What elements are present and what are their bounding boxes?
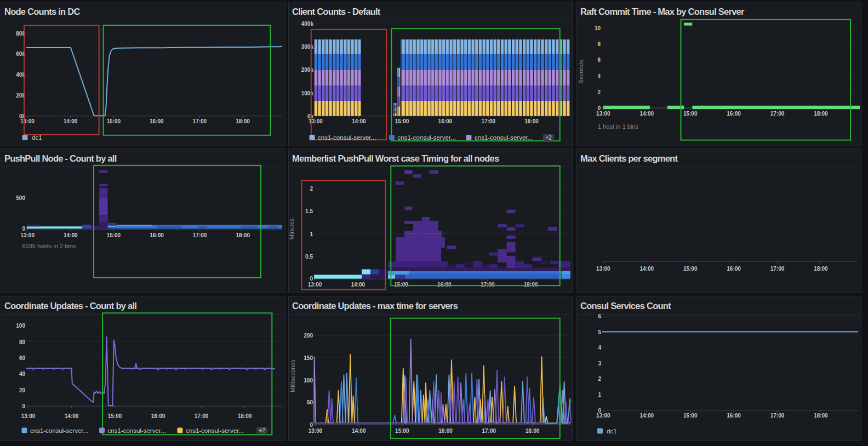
- svg-text:cns1-consul-server...: cns1-consul-server...: [475, 134, 533, 141]
- svg-text:+2: +2: [545, 135, 552, 141]
- svg-text:6: 6: [597, 57, 601, 63]
- svg-text:0: 0: [310, 422, 313, 428]
- svg-text:17:00: 17:00: [481, 118, 495, 124]
- svg-text:14:00: 14:00: [351, 282, 366, 288]
- svg-text:17:00: 17:00: [195, 413, 209, 419]
- svg-text:6035 hosts in 2 bins: 6035 hosts in 2 bins: [22, 243, 76, 249]
- svg-text:15:00: 15:00: [683, 111, 698, 117]
- svg-text:2: 2: [598, 376, 601, 382]
- svg-text:18:00: 18:00: [236, 232, 250, 238]
- svg-text:4: 4: [598, 345, 601, 351]
- svg-text:0: 0: [22, 403, 25, 409]
- svg-text:16:00: 16:00: [437, 282, 452, 288]
- svg-text:14:00: 14:00: [65, 413, 79, 419]
- svg-text:1 host in 1 bins: 1 host in 1 bins: [598, 123, 638, 130]
- svg-text:13:00: 13:00: [20, 118, 35, 124]
- svg-text:8: 8: [597, 41, 601, 47]
- svg-text:2: 2: [597, 89, 601, 95]
- svg-text:17:00: 17:00: [770, 111, 785, 117]
- svg-text:50: 50: [307, 399, 313, 405]
- svg-text:4: 4: [597, 73, 601, 79]
- svg-text:17:00: 17:00: [770, 266, 785, 272]
- svg-text:80: 80: [19, 339, 26, 345]
- svg-text:13:00: 13:00: [20, 232, 35, 238]
- svg-text:13:00: 13:00: [596, 111, 610, 117]
- svg-text:10: 10: [595, 25, 601, 31]
- svg-text:16:00: 16:00: [727, 266, 741, 272]
- svg-text:0: 0: [22, 226, 25, 232]
- svg-text:14:00: 14:00: [64, 232, 78, 238]
- svg-text:400k: 400k: [301, 21, 314, 27]
- svg-text:5: 5: [598, 329, 601, 335]
- svg-text:15:00: 15:00: [395, 118, 409, 124]
- svg-text:0: 0: [310, 276, 313, 282]
- svg-text:17:00: 17:00: [193, 232, 207, 238]
- svg-text:Minutes: Minutes: [289, 218, 295, 239]
- svg-text:200k: 200k: [301, 67, 314, 73]
- svg-text:17:00: 17:00: [481, 282, 495, 288]
- svg-text:dc1: dc1: [607, 428, 617, 434]
- svg-text:6: 6: [598, 313, 601, 319]
- svg-text:15:00: 15:00: [395, 428, 409, 434]
- svg-text:18:00: 18:00: [814, 111, 828, 117]
- svg-text:16:00: 16:00: [727, 111, 741, 117]
- svg-text:17:00: 17:00: [482, 428, 496, 434]
- svg-text:3: 3: [598, 361, 601, 367]
- svg-text:150: 150: [304, 355, 313, 361]
- svg-text:17:00: 17:00: [770, 413, 785, 419]
- svg-text:Seconds: Seconds: [578, 60, 584, 83]
- svg-text:1.5: 1.5: [305, 208, 313, 214]
- svg-text:1: 1: [310, 231, 313, 237]
- svg-text:dc1: dc1: [32, 134, 42, 141]
- svg-text:13:00: 13:00: [308, 282, 322, 288]
- svg-text:17:00: 17:00: [193, 118, 207, 124]
- svg-text:14:00: 14:00: [640, 111, 654, 117]
- svg-text:100: 100: [16, 323, 25, 329]
- svg-text:14:00: 14:00: [640, 266, 654, 272]
- svg-text:500: 500: [16, 195, 25, 201]
- svg-text:15:00: 15:00: [394, 282, 408, 288]
- svg-text:13:00: 13:00: [596, 266, 610, 272]
- svg-text:100: 100: [304, 378, 313, 384]
- svg-text:15:00: 15:00: [106, 118, 121, 124]
- svg-text:13:00: 13:00: [596, 413, 610, 419]
- svg-text:+2: +2: [259, 427, 265, 433]
- svg-text:14:00: 14:00: [64, 118, 78, 124]
- svg-text:13:00: 13:00: [21, 413, 36, 419]
- svg-text:14:00: 14:00: [352, 428, 366, 434]
- svg-text:15:00: 15:00: [683, 266, 698, 272]
- svg-text:18:00: 18:00: [524, 282, 538, 288]
- svg-text:100k: 100k: [301, 90, 314, 96]
- svg-text:16:00: 16:00: [150, 232, 164, 238]
- svg-text:16:00: 16:00: [150, 118, 164, 124]
- svg-text:cns1-consul-server...: cns1-consul-server...: [186, 427, 244, 434]
- svg-text:18:00: 18:00: [524, 118, 539, 124]
- svg-text:cns1-consul-server...: cns1-consul-server...: [398, 134, 456, 141]
- svg-text:cns1-consul-server...: cns1-consul-server...: [30, 427, 88, 434]
- svg-text:15:00: 15:00: [107, 232, 121, 238]
- svg-text:16:00: 16:00: [438, 428, 453, 434]
- svg-text:1: 1: [598, 392, 601, 398]
- svg-text:15:00: 15:00: [683, 413, 698, 419]
- svg-text:18:00: 18:00: [814, 413, 828, 419]
- svg-text:cns1-consul-server...: cns1-consul-server...: [108, 427, 166, 434]
- svg-text:cns1-consul-server...: cns1-consul-server...: [318, 134, 376, 141]
- svg-text:14:00: 14:00: [640, 413, 654, 419]
- svg-text:0.5: 0.5: [305, 254, 313, 260]
- svg-text:2: 2: [310, 186, 313, 192]
- svg-text:13:00: 13:00: [309, 428, 323, 434]
- svg-text:14:00: 14:00: [352, 118, 366, 124]
- svg-text:18:00: 18:00: [238, 413, 252, 419]
- svg-text:20: 20: [19, 387, 26, 393]
- svg-text:16:00: 16:00: [727, 413, 741, 419]
- svg-text:40: 40: [19, 371, 26, 377]
- svg-text:300k: 300k: [301, 44, 314, 50]
- svg-text:18:00: 18:00: [236, 118, 250, 124]
- svg-text:18:00: 18:00: [814, 266, 828, 272]
- svg-text:Milliseconds: Milliseconds: [289, 359, 296, 392]
- svg-text:200: 200: [304, 333, 313, 339]
- svg-text:16:00: 16:00: [151, 413, 165, 419]
- svg-text:16:00: 16:00: [438, 118, 453, 124]
- svg-text:60: 60: [19, 355, 26, 361]
- svg-text:18:00: 18:00: [526, 428, 540, 434]
